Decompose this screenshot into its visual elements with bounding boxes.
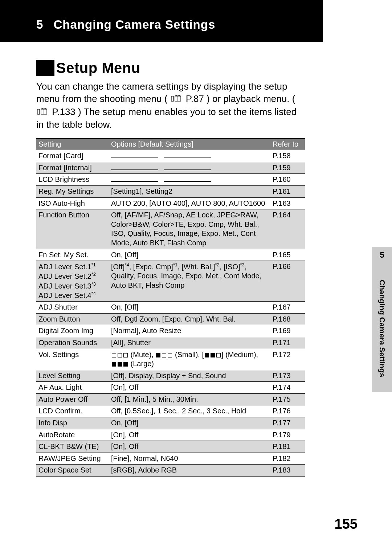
table-row: Format [Internal]P.159: [36, 162, 305, 174]
col-header-setting: Setting: [36, 139, 109, 150]
table-row: RAW/JPEG Setting[Fine], Normal, N640P.18…: [36, 453, 305, 465]
table-row: AutoRotate[On], OffP.179: [36, 429, 305, 441]
cell-setting: Vol. Settings: [36, 349, 109, 370]
cell-refer: P.176: [270, 405, 305, 417]
cell-refer: P.159: [270, 162, 305, 174]
cell-options: [109, 150, 270, 162]
reference-icon: [37, 107, 48, 119]
cell-setting: LCD Brightness: [36, 174, 109, 186]
cell-options: [Off], Display, Display + Snd, Sound: [109, 370, 270, 382]
table-row: LCD Confirm.Off, [0.5Sec.], 1 Sec., 2 Se…: [36, 405, 305, 417]
chapter-header: 5 Changing Camera Settings: [36, 18, 215, 32]
cell-options: On, [Off]: [109, 249, 270, 261]
content-area: Setup Menu You can change the camera set…: [0, 42, 339, 477]
cell-refer: P.173: [270, 370, 305, 382]
cell-refer: P.165: [270, 249, 305, 261]
intro-text-3: ) The setup menu enables you to set the …: [36, 106, 297, 130]
svg-rect-0: [171, 96, 173, 101]
table-row: Zoom ButtonOff, Dgtl Zoom, [Expo. Cmp], …: [36, 313, 305, 325]
table-row: ADJ Lever Set.1*1ADJ Lever Set.2*2ADJ Le…: [36, 261, 305, 302]
cell-setting: Color Space Set: [36, 465, 109, 477]
cell-options: AUTO 200, [AUTO 400], AUTO 800, AUTO1600: [109, 197, 270, 209]
cell-setting: Info Disp: [36, 417, 109, 429]
page: 5 Changing Camera Settings Setup Menu Yo…: [0, 0, 392, 552]
cell-setting: Operation Sounds: [36, 337, 109, 349]
cell-refer: P.177: [270, 417, 305, 429]
cell-options: On, [Off]: [109, 417, 270, 429]
cell-options: [109, 162, 270, 174]
cell-options: [Normal], Auto Resize: [109, 325, 270, 337]
cell-refer: P.175: [270, 393, 305, 405]
col-header-options: Options [Default Settings]: [109, 139, 270, 150]
cell-setting: ADJ Lever Set.1*1ADJ Lever Set.2*2ADJ Le…: [36, 261, 109, 302]
table-row: LCD BrightnessP.160: [36, 174, 305, 186]
cell-options: On, [Off]: [109, 302, 270, 314]
cell-options: [Fine], Normal, N640: [109, 453, 270, 465]
cell-refer: P.172: [270, 349, 305, 370]
table-row: Auto Power OffOff, [1 Min.], 5 Min., 30M…: [36, 393, 305, 405]
cell-setting: AutoRotate: [36, 429, 109, 441]
settings-table: Setting Options [Default Settings] Refer…: [36, 138, 305, 477]
cell-options: Off, [AF/MF], AF/Snap, AE Lock, JPEG>RAW…: [109, 209, 270, 249]
side-tab: 5 Changing Camera Settings: [372, 247, 392, 392]
table-header-row: Setting Options [Default Settings] Refer…: [36, 139, 305, 150]
reference-icon: [171, 94, 182, 106]
table-row: Info DispOn, [Off]P.177: [36, 417, 305, 429]
svg-rect-1: [37, 109, 40, 114]
cell-refer: P.164: [270, 209, 305, 249]
cell-options: Off, Dgtl Zoom, [Expo. Cmp], Wht. Bal.: [109, 313, 270, 325]
table-row: Digital Zoom Img[Normal], Auto ResizeP.1…: [36, 325, 305, 337]
cell-refer: P.168: [270, 313, 305, 325]
table-row: Fn Set. My Set.On, [Off]P.165: [36, 249, 305, 261]
cell-setting: Digital Zoom Img: [36, 325, 109, 337]
cell-options: [On], Off: [109, 382, 270, 394]
table-row: Level Setting[Off], Display, Display + S…: [36, 370, 305, 382]
side-tab-number: 5: [372, 250, 392, 260]
table-row: CL-BKT B&W (TE)[On], OffP.181: [36, 441, 305, 453]
cell-setting: Format [Card]: [36, 150, 109, 162]
cell-setting: Function Button: [36, 209, 109, 249]
intro-ref-2: P.133: [52, 106, 75, 117]
section-title: Setup Menu: [56, 60, 140, 76]
cell-options: (Mute), (Small), [] (Medium), (Large): [109, 349, 270, 370]
cell-refer: P.158: [270, 150, 305, 162]
cell-options: [All], Shutter: [109, 337, 270, 349]
chapter-title: Changing Camera Settings: [54, 18, 216, 31]
cell-refer: P.182: [270, 453, 305, 465]
cell-setting: Fn Set. My Set.: [36, 249, 109, 261]
cell-setting: ISO Auto-High: [36, 197, 109, 209]
cell-options: [Setting1], Setting2: [109, 185, 270, 197]
cell-setting: Format [Internal]: [36, 162, 109, 174]
cell-setting: Auto Power Off: [36, 393, 109, 405]
intro-paragraph: You can change the camera settings by di…: [36, 81, 305, 131]
cell-options: [109, 174, 270, 186]
cell-refer: P.167: [270, 302, 305, 314]
cell-refer: P.181: [270, 441, 305, 453]
cell-refer: P.171: [270, 337, 305, 349]
cell-options: [On], Off: [109, 441, 270, 453]
cell-options: Off, [1 Min.], 5 Min., 30Min.: [109, 393, 270, 405]
cell-setting: AF Aux. Light: [36, 382, 109, 394]
cell-setting: Zoom Button: [36, 313, 109, 325]
table-row: ADJ ShutterOn, [Off]P.167: [36, 302, 305, 314]
cell-setting: Reg. My Settings: [36, 185, 109, 197]
cell-refer: P.160: [270, 174, 305, 186]
intro-text-2: ) or playback menu. (: [207, 93, 295, 104]
table-row: ISO Auto-HighAUTO 200, [AUTO 400], AUTO …: [36, 197, 305, 209]
table-row: Operation Sounds[All], ShutterP.171: [36, 337, 305, 349]
cell-refer: P.163: [270, 197, 305, 209]
cell-options: [On], Off: [109, 429, 270, 441]
cell-setting: RAW/JPEG Setting: [36, 453, 109, 465]
cell-refer: P.169: [270, 325, 305, 337]
cell-refer: P.166: [270, 261, 305, 302]
chapter-number: 5: [36, 18, 43, 32]
cell-options: [Off]*4, [Expo. Cmp]*1, [Wht. Bal.]*2, […: [109, 261, 270, 302]
cell-refer: P.179: [270, 429, 305, 441]
section-marker-icon: [36, 60, 54, 76]
cell-refer: P.174: [270, 382, 305, 394]
cell-options: Off, [0.5Sec.], 1 Sec., 2 Sec., 3 Sec., …: [109, 405, 270, 417]
section-header: Setup Menu: [36, 60, 305, 76]
table-row: Function ButtonOff, [AF/MF], AF/Snap, AE…: [36, 209, 305, 249]
col-header-refer: Refer to: [270, 139, 305, 150]
cell-refer: P.161: [270, 185, 305, 197]
